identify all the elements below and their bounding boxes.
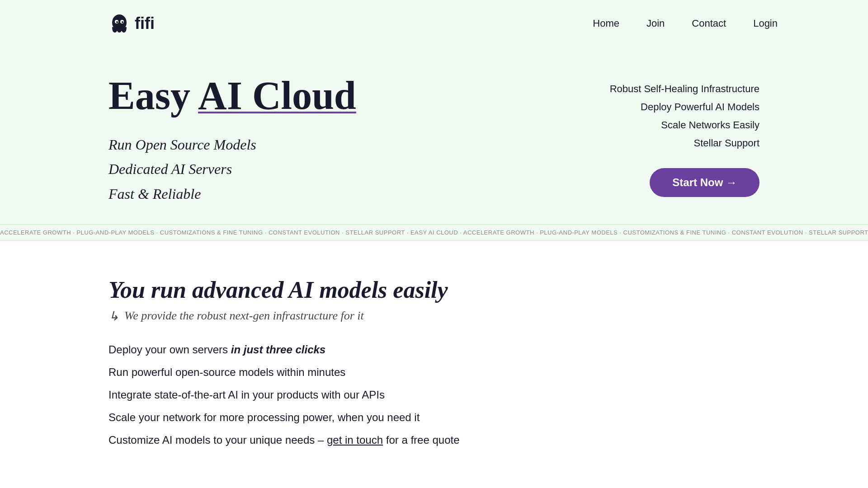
nav-home[interactable]: Home [593, 18, 619, 29]
section2-subtitle-text: We provide the robust next-gen infrastru… [124, 309, 364, 323]
feature-1: Robust Self-Healing Infrastructure [610, 83, 760, 95]
nav-contact[interactable]: Contact [692, 18, 726, 29]
nav-links: Home Join Contact Login [593, 18, 778, 29]
hero-title-highlight: AI Cloud [198, 74, 356, 117]
feature-4: Stellar Support [693, 137, 760, 149]
arrow-icon: ↳ [108, 309, 119, 324]
section2-title: You run advanced AI models easily [108, 277, 760, 303]
cards-row: Managed Cloud Scales With You [0, 474, 868, 488]
start-now-button[interactable]: Start Now → [650, 168, 760, 197]
hero-title-prefix: Easy [108, 74, 198, 117]
hero-left: Easy AI Cloud Run Open Source Models Ded… [108, 74, 356, 206]
svg-point-3 [116, 21, 118, 23]
hero-subtitle: Run Open Source Models Dedicated AI Serv… [108, 132, 356, 206]
ticker-content: ACCELERATE GROWTH · PLUG-AND-PLAY MODELS… [0, 229, 868, 236]
ticker-bar: ACCELERATE GROWTH · PLUG-AND-PLAY MODELS… [0, 224, 868, 240]
feature-2: Deploy Powerful AI Models [641, 101, 760, 113]
section2-list: Deploy your own servers in just three cl… [108, 343, 760, 446]
svg-point-4 [122, 21, 123, 23]
section-2: You run advanced AI models easily ↳ We p… [0, 240, 868, 474]
list-item: Scale your network for more processing p… [108, 411, 760, 424]
ticker-text: ACCELERATE GROWTH · PLUG-AND-PLAY MODELS… [0, 229, 868, 236]
brand-logo[interactable]: fifi [108, 13, 155, 34]
hero-title: Easy AI Cloud [108, 74, 356, 118]
hero-section: Easy AI Cloud Run Open Source Models Ded… [0, 47, 868, 224]
section2-subtitle: ↳ We provide the robust next-gen infrast… [108, 309, 760, 324]
nav-login[interactable]: Login [753, 18, 778, 29]
list-item: Run powerful open-source models within m… [108, 366, 760, 379]
logo-icon [108, 13, 130, 34]
navbar: fifi Home Join Contact Login [0, 0, 868, 47]
svg-point-5 [114, 31, 116, 33]
hero-subtitle-line2: Dedicated AI Servers [108, 157, 356, 181]
list-item: Integrate state-of-the-art AI in your pr… [108, 389, 760, 401]
list-item: Customize AI models to your unique needs… [108, 434, 760, 446]
feature-3: Scale Networks Easily [661, 119, 760, 131]
list-item: Deploy your own servers in just three cl… [108, 343, 760, 356]
nav-join[interactable]: Join [646, 18, 665, 29]
hero-right: Robust Self-Healing Infrastructure Deplo… [542, 74, 760, 197]
hero-subtitle-line3: Fast & Reliable [108, 182, 356, 206]
brand-name: fifi [135, 14, 155, 33]
svg-point-6 [123, 31, 125, 33]
hero-subtitle-line1: Run Open Source Models [108, 132, 356, 157]
get-in-touch-link[interactable]: get in touch [327, 434, 383, 446]
